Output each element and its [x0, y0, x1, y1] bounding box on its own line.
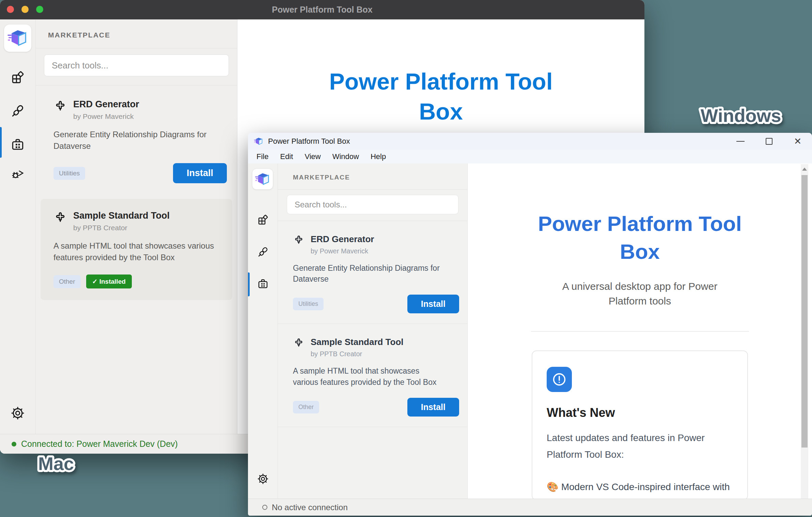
install-button[interactable]: Install — [407, 398, 459, 417]
tool-plus-icon — [293, 235, 304, 246]
search-input[interactable] — [287, 195, 458, 214]
mac-page-title: Power Platform Tool Box — [310, 66, 572, 127]
vertical-scrollbar[interactable] — [801, 164, 808, 499]
tool-description: Generate Entity Relationship Diagrams fo… — [293, 263, 443, 284]
windows-window-title: Power Platform Tool Box — [268, 137, 350, 146]
scroll-up-arrow-icon[interactable] — [802, 168, 807, 171]
marketplace-title: MARKETPLACE — [48, 31, 225, 39]
svg-text:Windows: Windows — [701, 105, 781, 126]
install-button[interactable]: Install — [173, 163, 227, 183]
plug-icon[interactable] — [257, 246, 269, 258]
menu-view[interactable]: View — [299, 152, 326, 161]
windows-activity-bar — [248, 163, 278, 499]
tool-card-erd-generator[interactable]: ERD Generator by Power Maverick Generate… — [36, 85, 237, 195]
tool-description: A sample HTML tool that showcases variou… — [293, 365, 443, 387]
tool-name: Sample Standard Tool — [73, 210, 170, 221]
mac-titlebar[interactable]: Power Platform Tool Box — [0, 0, 644, 19]
category-badge: Utilities — [53, 167, 85, 180]
tool-card-sample-standard-tool[interactable]: Sample Standard Tool by PPTB Creator A s… — [278, 324, 467, 427]
whats-new-bullet: 🎨 Modern VS Code-inspired interface with… — [547, 479, 731, 499]
windows-page-title: Power Platform Tool Box — [528, 210, 752, 266]
windows-status-bar: No active connection — [248, 499, 812, 516]
windows-platform-label: Windows — [697, 99, 809, 133]
windows-page-subtitle: A universal desktop app for Power Platfo… — [545, 279, 735, 309]
tool-plus-icon — [53, 211, 67, 225]
menu-bar: File Edit View Window Help — [248, 150, 812, 163]
category-badge: Utilities — [293, 298, 324, 310]
mac-activity-bar — [0, 19, 36, 434]
connection-status-text: No active connection — [272, 503, 348, 512]
scrollbar-thumb[interactable] — [801, 175, 808, 448]
installed-badge: ✓ Installed — [86, 275, 132, 288]
tool-card-sample-standard-tool[interactable]: Sample Standard Tool by PPTB Creator A s… — [41, 199, 232, 300]
tool-card-erd-generator[interactable]: ERD Generator by Power Maverick Generate… — [278, 221, 467, 324]
app-logo-icon — [254, 137, 263, 146]
mac-close-button[interactable] — [7, 6, 14, 13]
info-circle-icon — [547, 367, 572, 392]
menu-window[interactable]: Window — [327, 152, 365, 161]
mac-zoom-button[interactable] — [36, 6, 43, 13]
menu-help[interactable]: Help — [365, 152, 392, 161]
mac-traffic-lights — [7, 6, 43, 13]
debug-icon[interactable] — [10, 166, 25, 181]
windows-main-content: Power Platform Tool Box A universal desk… — [468, 163, 812, 499]
marketplace-toolbox-icon[interactable] — [10, 137, 25, 152]
maximize-icon — [766, 138, 772, 145]
search-container — [278, 190, 467, 221]
menu-file[interactable]: File — [251, 152, 274, 161]
search-container — [36, 48, 237, 85]
tool-byline: by Power Maverick — [311, 247, 374, 255]
marketplace-header: MARKETPLACE — [278, 163, 467, 190]
pptb-cube-logo-icon — [255, 171, 270, 187]
tool-byline: by Power Maverick — [73, 112, 139, 121]
extensions-icon[interactable] — [257, 214, 269, 226]
windows-titlebar[interactable]: Power Platform Tool Box ✕ — [248, 133, 812, 150]
minimize-icon — [736, 141, 745, 142]
tool-description: Generate Entity Relationship Diagrams fo… — [53, 129, 217, 152]
whats-new-title: What's New — [547, 406, 733, 420]
marketplace-toolbox-icon[interactable] — [257, 278, 269, 290]
tool-byline: by PPTB Creator — [73, 224, 170, 232]
search-input[interactable] — [44, 54, 229, 76]
app-logo-tile[interactable] — [252, 169, 273, 189]
active-tab-indicator — [248, 272, 250, 296]
tool-description: A sample HTML tool that showcases variou… — [53, 240, 217, 263]
connected-dot-icon — [12, 442, 16, 446]
install-button[interactable]: Install — [407, 295, 459, 313]
mac-platform-label: Mac — [34, 447, 109, 481]
windows-marketplace-panel: MARKETPLACE ERD Generator by Power Maver… — [278, 163, 468, 499]
close-button[interactable]: ✕ — [783, 133, 812, 150]
tool-plus-icon — [293, 338, 304, 349]
active-tab-indicator — [0, 127, 2, 158]
category-badge: Other — [53, 275, 81, 288]
minimize-button[interactable] — [726, 133, 755, 150]
whats-new-card: What's New Latest updates and features i… — [532, 350, 748, 499]
mac-window-title: Power Platform Tool Box — [272, 5, 372, 15]
category-badge: Other — [293, 401, 319, 413]
plug-icon[interactable] — [10, 104, 25, 119]
svg-text:Mac: Mac — [38, 453, 74, 474]
mac-marketplace-panel: MARKETPLACE ERD Generator by Power Maver… — [36, 19, 237, 434]
disconnected-ring-icon — [262, 505, 267, 510]
maximize-button[interactable] — [755, 133, 783, 150]
settings-gear-icon[interactable] — [10, 406, 25, 421]
tool-name: Sample Standard Tool — [311, 337, 404, 347]
app-logo-tile[interactable] — [4, 25, 31, 52]
marketplace-title: MARKETPLACE — [293, 174, 452, 181]
tool-byline: by PPTB Creator — [311, 350, 404, 358]
menu-edit[interactable]: Edit — [274, 152, 299, 161]
content-divider — [531, 331, 749, 332]
tool-name: ERD Generator — [311, 234, 374, 245]
settings-gear-icon[interactable] — [257, 473, 269, 485]
tool-plus-icon — [53, 100, 67, 113]
whats-new-intro: Latest updates and features in Power Pla… — [547, 429, 724, 463]
windows-app-window: Power Platform Tool Box ✕ File Edit View… — [248, 133, 812, 516]
extensions-icon[interactable] — [10, 70, 25, 85]
marketplace-header: MARKETPLACE — [36, 19, 237, 48]
pptb-cube-logo-icon — [7, 28, 28, 49]
tool-name: ERD Generator — [73, 99, 139, 110]
mac-minimize-button[interactable] — [21, 6, 29, 13]
